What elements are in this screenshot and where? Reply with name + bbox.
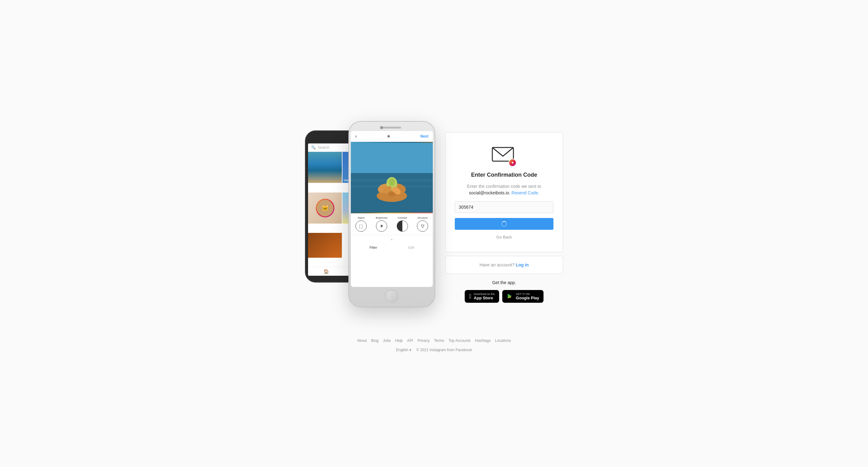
svg-point-11 xyxy=(388,192,395,197)
resend-link[interactable]: Resend Code. xyxy=(512,190,539,195)
contrast-icon xyxy=(397,221,408,232)
slider-indicator: • xyxy=(351,235,433,242)
main-container: 🔍 Search Video 🐱 xyxy=(264,109,604,326)
home-button[interactable] xyxy=(385,289,399,303)
structure-icon: ▽ xyxy=(417,221,428,232)
form-card: ♥ Enter Confirmation Code Enter the conf… xyxy=(445,132,563,252)
form-description: Enter the confirmation code we sent to s… xyxy=(467,183,541,196)
heart-icon: ♥ xyxy=(511,160,514,165)
brightness-icon: ☀ xyxy=(376,221,387,232)
confirmation-code-input[interactable] xyxy=(455,201,553,213)
phones-area: 🔍 Search Video 🐱 xyxy=(305,121,435,314)
app-store-sub: Download on the xyxy=(474,292,495,296)
footer-link-jobs[interactable]: Jobs xyxy=(383,339,391,343)
grid-cell-ocean xyxy=(308,152,342,183)
footer-link-help[interactable]: Help xyxy=(395,339,403,343)
app-store-text: Download on the App Store xyxy=(474,292,495,300)
get-app-text: Get the app. xyxy=(492,280,516,285)
filter-tab[interactable]: Filter xyxy=(370,245,377,249)
language-label: English xyxy=(396,348,408,352)
front-speaker xyxy=(382,127,401,128)
loading-spinner xyxy=(501,221,507,227)
cat-avatar-ring: 🐱 xyxy=(316,199,334,217)
structure-tool[interactable]: Structure ▽ xyxy=(417,216,428,232)
screen-toolbar: Adjust ⬚ Brightness ☀ Contrast Structure… xyxy=(351,213,433,235)
cat-avatar: 🐱 xyxy=(317,200,334,216)
login-link[interactable]: Log in xyxy=(516,262,529,267)
adjust-tool[interactable]: Adjust ⬚ xyxy=(355,216,367,232)
footer-link-api[interactable]: API xyxy=(407,339,413,343)
contrast-tool[interactable]: Contrast xyxy=(397,216,408,232)
structure-label: Structure xyxy=(417,216,428,219)
go-back-button[interactable]: Go Back xyxy=(496,235,512,239)
google-play-sub: GET IT ON xyxy=(516,292,539,296)
footer-link-locations[interactable]: Locations xyxy=(495,339,511,343)
search-icon: 🔍 xyxy=(311,145,316,150)
home-nav-icon: 🏠 xyxy=(323,269,329,274)
grid-cell-cat: 🐱 xyxy=(308,193,342,224)
apple-icon:  xyxy=(469,293,471,300)
footer-link-top-accounts[interactable]: Top Accounts xyxy=(448,339,471,343)
footer-link-about[interactable]: About xyxy=(357,339,367,343)
form-title: Enter Confirmation Code xyxy=(471,172,537,178)
front-camera xyxy=(380,126,383,129)
brightness-icon: ✳ xyxy=(387,134,391,139)
form-email: social@rocketbots.io. xyxy=(469,190,510,195)
footer-bottom: English ▾ © 2021 Instagram from Facebook xyxy=(396,348,472,352)
google-play-main: Google Play xyxy=(516,296,539,300)
front-screen: ‹ ✳ Next xyxy=(351,131,433,287)
right-panel: ♥ Enter Confirmation Code Enter the conf… xyxy=(445,132,563,303)
screen-bottom-tabs: Filter Edit xyxy=(351,242,433,253)
screen-next-button[interactable]: Next xyxy=(420,134,428,139)
submit-button[interactable] xyxy=(455,218,553,230)
search-placeholder: Search xyxy=(318,145,330,150)
get-app-section: Get the app.  Download on the App Store xyxy=(445,280,563,303)
edit-tab[interactable]: Edit xyxy=(408,245,414,249)
home-button-inner xyxy=(386,291,397,302)
footer: About Blog Jobs Help API Privacy Terms T… xyxy=(0,332,868,358)
brightness-tool[interactable]: Brightness ☀ xyxy=(376,216,388,232)
heart-badge: ♥ xyxy=(508,159,517,167)
app-store-badge[interactable]:  Download on the App Store xyxy=(465,290,499,303)
footer-link-terms[interactable]: Terms xyxy=(434,339,444,343)
adjust-icon: ⬚ xyxy=(355,221,367,232)
google-play-badge[interactable]: GET IT ON Google Play xyxy=(502,290,544,303)
form-desc-prefix: Enter the confirmation code we sent to xyxy=(467,184,541,189)
brightness-label: Brightness xyxy=(376,216,388,219)
account-text: Have an account? xyxy=(479,262,515,267)
footer-copyright: © 2021 Instagram from Facebook xyxy=(416,348,472,352)
contrast-label: Contrast xyxy=(398,216,407,219)
screen-back-button[interactable]: ‹ xyxy=(355,134,357,139)
app-store-main: App Store xyxy=(474,296,495,300)
svg-point-8 xyxy=(389,179,395,186)
footer-link-privacy[interactable]: Privacy xyxy=(417,339,430,343)
adjust-label: Adjust xyxy=(358,216,365,219)
google-play-icon xyxy=(506,293,514,300)
email-icon-container: ♥ xyxy=(492,145,517,167)
footer-link-hashtags[interactable]: Hashtags xyxy=(475,339,491,343)
phone-front: ‹ ✳ Next xyxy=(348,121,435,308)
language-selector[interactable]: English ▾ xyxy=(396,348,411,352)
grid-cell-extra xyxy=(308,233,342,258)
account-card: Have an account? Log in xyxy=(445,256,563,274)
screen-photo xyxy=(351,142,433,213)
footer-link-blog[interactable]: Blog xyxy=(371,339,378,343)
app-badges:  Download on the App Store xyxy=(465,290,544,303)
google-play-text: GET IT ON Google Play xyxy=(516,292,539,300)
screen-header: ‹ ✳ Next xyxy=(351,131,433,142)
chevron-down-icon: ▾ xyxy=(409,348,411,352)
footer-links: About Blog Jobs Help API Privacy Terms T… xyxy=(357,339,511,343)
